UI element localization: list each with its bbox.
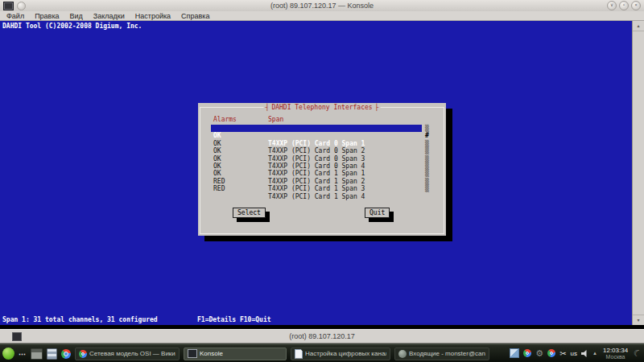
span-list[interactable]: OK T4XXP (PCI) Card 0 Span 1 OK T4XXP (P…	[211, 125, 422, 185]
system-tray: ⚙ ✂ us ▲ 12:03:34 Москва ☾	[510, 348, 642, 360]
terminal-view[interactable]: DAHDI Tool (C)2002-2008 Digium, Inc. ┤DA…	[0, 21, 644, 329]
chrome-tray-icon[interactable]	[523, 349, 531, 357]
scrollbar-track-cell: ▒	[425, 170, 429, 177]
taskbar-task-document[interactable]: Настройка цифровых канал	[291, 348, 390, 360]
list-item[interactable]: OK T4XXP (PCI) Card 0 Span 4	[211, 147, 422, 154]
title-tee-left-icon: ┤	[266, 104, 270, 111]
list-item[interactable]: RED T4XXP (PCI) Card 1 Span 3	[211, 170, 422, 177]
dahdi-dialog: ┤DAHDI Telephony Interfaces├ Alarms Span…	[198, 103, 446, 236]
dialog-title: ┤DAHDI Telephony Interfaces├	[264, 103, 381, 112]
scrollbar-track-cell: ▒	[425, 185, 429, 192]
gear-tray-icon[interactable]: ⚙	[535, 349, 543, 358]
keyboard-layout-indicator[interactable]: us	[571, 350, 577, 357]
konsole-tab-bar: (root) 89.107.120.17	[0, 329, 644, 343]
list-item[interactable]: OK T4XXP (PCI) Card 0 Span 3	[211, 140, 422, 147]
show-desktop-icon[interactable]	[31, 348, 43, 360]
clock-time: 12:03:34	[603, 348, 628, 354]
desktop: (root) 89.107.120.17 — Konsole ∨ ∘ × Фай…	[0, 0, 644, 362]
column-header-alarms: Alarms	[213, 116, 237, 123]
menu-help[interactable]: Справка	[181, 12, 209, 20]
chrome-launcher-icon[interactable]	[61, 349, 71, 359]
taskbar-task-mail[interactable]: Входящие - monster@canm	[394, 348, 489, 360]
taskbar-task-konsole[interactable]: Konsole	[184, 348, 287, 360]
panel-dots-icon[interactable]: ⋯	[19, 350, 27, 358]
session-tab[interactable]: (root) 89.107.120.17	[0, 332, 644, 340]
scroll-up-icon[interactable]: ▴	[633, 21, 644, 31]
mail-icon	[398, 350, 407, 358]
list-item[interactable]: OK T4XXP (PCI) Card 0 Span 2	[211, 132, 422, 139]
package-tray-icon[interactable]	[510, 348, 519, 358]
chrome-tray-icon-2[interactable]	[547, 349, 555, 357]
scrollbar-track-cell: ▒	[425, 125, 429, 132]
close-button[interactable]: ×	[631, 1, 641, 10]
list-item[interactable]: RED T4XXP (PCI) Card 1 Span 4	[211, 178, 422, 185]
clock-timezone: Москва	[603, 354, 628, 360]
list-item[interactable]: OK T4XXP (PCI) Card 1 Span 1	[211, 155, 422, 162]
list-item[interactable]: OK T4XXP (PCI) Card 0 Span 1	[211, 125, 422, 132]
volume-icon[interactable]	[581, 350, 588, 357]
task-label: Konsole	[200, 350, 223, 357]
alarm-value: RED	[213, 185, 225, 192]
scrollbar-track-cell: ▒	[425, 147, 429, 154]
status-key-hints: F1=Details F10=Quit	[197, 316, 271, 323]
dialog-title-text: DAHDI Telephony Interfaces	[271, 104, 372, 111]
start-menu-icon[interactable]	[2, 348, 14, 360]
scrollbar-track-cell: ▒	[425, 178, 429, 185]
quit-button[interactable]: Quit	[365, 208, 390, 218]
clock[interactable]: 12:03:34 Москва	[603, 348, 628, 360]
shade-button[interactable]: ∨	[607, 1, 617, 10]
scrollbar-track-cell: ▒	[425, 140, 429, 147]
terminal-app-header: DAHDI Tool (C)2002-2008 Digium, Inc.	[2, 23, 142, 30]
tray-expand-icon[interactable]: ▲	[592, 350, 597, 356]
window-title: (root) 89.107.120.17 — Konsole	[0, 2, 644, 10]
span-value: T4XXP (PCI) Card 1 Span 4	[268, 193, 365, 200]
window-titlebar[interactable]: (root) 89.107.120.17 — Konsole ∨ ∘ ×	[0, 0, 644, 11]
clipboard-scissors-icon[interactable]: ✂	[559, 349, 566, 358]
title-tee-right-icon: ├	[375, 104, 379, 111]
scrollbar-thumb[interactable]: #	[425, 132, 429, 139]
menu-view[interactable]: Вид	[70, 12, 83, 20]
terminal-scrollbar[interactable]: ▴ ▾	[632, 21, 644, 325]
konsole-icon	[188, 349, 197, 358]
scroll-down-icon[interactable]: ▾	[633, 315, 644, 325]
document-icon	[295, 349, 303, 359]
menu-edit[interactable]: Правка	[35, 12, 59, 20]
task-label: Входящие - monster@canm	[409, 350, 485, 357]
scrollbar-track-cell: ▒	[425, 162, 429, 170]
scrollbar-track-cell: ▒	[425, 155, 429, 162]
task-label: Сетевая модель OSI — Вики	[89, 350, 175, 357]
terminal-screen[interactable]: DAHDI Tool (C)2002-2008 Digium, Inc. ┤DA…	[0, 21, 633, 325]
menu-bar: Файл Правка Вид Закладки Настройка Справ…	[0, 11, 644, 21]
menu-bookmarks[interactable]: Закладки	[93, 12, 125, 20]
list-scrollbar[interactable]: ▒ # ▒ ▒ ▒ ▒ ▒ ▒ ▒	[425, 125, 429, 193]
maximize-button[interactable]: ∘	[619, 1, 629, 10]
crescent-icon[interactable]: ☾	[632, 348, 643, 360]
taskbar: ⋯ Сетевая модель OSI — Вики Konsole Наст…	[0, 343, 644, 362]
select-button[interactable]: Select	[233, 208, 266, 218]
menu-file[interactable]: Файл	[6, 12, 24, 20]
menu-settings[interactable]: Настройка	[135, 12, 171, 20]
status-span-info: Span 1: 31 total channels, 31 configured	[2, 316, 158, 323]
file-manager-icon[interactable]	[47, 348, 57, 360]
span-value: T4XXP (PCI) Card 1 Span 3	[268, 185, 365, 192]
column-header-span: Span	[268, 116, 283, 123]
taskbar-task-browser[interactable]: Сетевая модель OSI — Вики	[75, 348, 180, 360]
task-label: Настройка цифровых канал	[305, 350, 386, 357]
list-item[interactable]: OK T4XXP (PCI) Card 1 Span 2	[211, 162, 422, 170]
chrome-icon	[79, 350, 87, 358]
window-controls: ∨ ∘ ×	[607, 1, 641, 10]
